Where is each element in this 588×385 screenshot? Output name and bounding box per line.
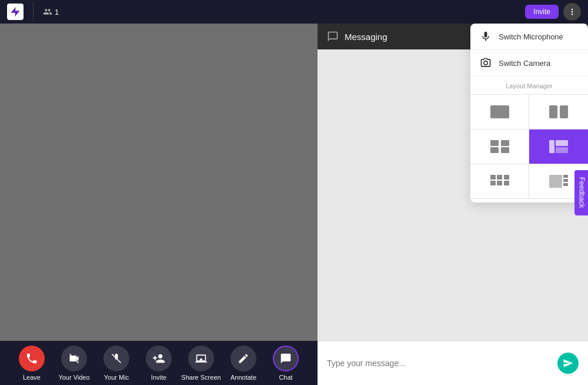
app-logo xyxy=(7,4,24,20)
video-area xyxy=(0,24,318,341)
svg-rect-19 xyxy=(563,175,568,178)
annotate-button[interactable]: Annotate xyxy=(223,342,263,384)
more-button[interactable] xyxy=(563,3,581,21)
dropdown-menu: Switch Microphone Switch Camera Layout M… xyxy=(470,24,588,203)
your-mic-button[interactable]: Your Mic xyxy=(96,342,136,384)
svg-rect-16 xyxy=(497,181,502,185)
layout-single[interactable] xyxy=(470,95,529,130)
svg-rect-6 xyxy=(501,140,509,146)
layout-sidebar-main[interactable] xyxy=(529,130,588,164)
svg-rect-15 xyxy=(490,181,496,185)
switch-camera-label: Switch Camera xyxy=(499,59,550,68)
feedback-label: Feedback xyxy=(578,177,586,208)
chat-label: Chat xyxy=(279,374,292,381)
invite-button[interactable]: Invite xyxy=(525,5,559,19)
svg-rect-9 xyxy=(549,140,554,153)
top-bar: 1 Invite xyxy=(0,0,588,24)
leave-label: Leave xyxy=(23,374,41,381)
svg-rect-3 xyxy=(549,105,557,118)
invite-toolbar-button[interactable]: Invite xyxy=(139,342,179,384)
share-screen-button[interactable]: Share Screen xyxy=(181,342,221,384)
chat-icon xyxy=(273,346,299,371)
svg-rect-10 xyxy=(556,140,568,146)
invite-icon xyxy=(146,346,172,371)
layout-split-h[interactable] xyxy=(529,95,588,130)
switch-camera-item[interactable]: Switch Camera xyxy=(470,50,588,77)
svg-rect-18 xyxy=(549,175,562,188)
svg-rect-4 xyxy=(560,105,568,118)
svg-rect-12 xyxy=(490,175,496,180)
svg-rect-17 xyxy=(504,181,509,185)
svg-rect-14 xyxy=(504,175,509,180)
chat-button[interactable]: Chat xyxy=(266,342,306,384)
switch-microphone-label: Switch Microphone xyxy=(499,32,563,41)
your-video-label: Your Video xyxy=(58,374,89,381)
annotate-label: Annotate xyxy=(230,374,256,381)
leave-icon xyxy=(19,346,45,371)
layout-grid-many[interactable] xyxy=(470,164,529,199)
layout-manager-label: Layout Manager xyxy=(470,80,588,94)
message-input-wrapper xyxy=(318,341,588,385)
svg-rect-11 xyxy=(556,147,568,153)
messaging-title: Messaging xyxy=(345,32,387,42)
share-screen-label: Share Screen xyxy=(181,374,220,381)
participant-count-label: 1 xyxy=(55,8,59,16)
leave-button[interactable]: Leave xyxy=(12,342,52,384)
layout-grid xyxy=(470,94,588,199)
message-input[interactable] xyxy=(327,359,553,368)
your-mic-icon xyxy=(103,346,129,371)
share-screen-icon xyxy=(188,346,214,371)
layout-manager-section: Layout Manager xyxy=(470,77,588,203)
svg-rect-13 xyxy=(497,175,502,180)
participant-count: 1 xyxy=(43,7,59,16)
send-button[interactable] xyxy=(557,353,579,374)
your-mic-label: Your Mic xyxy=(104,374,129,381)
svg-rect-7 xyxy=(490,147,499,153)
invite-toolbar-label: Invite xyxy=(151,374,166,381)
annotate-icon xyxy=(230,346,256,371)
your-video-button[interactable]: Your Video xyxy=(54,342,94,384)
your-video-icon xyxy=(61,346,87,371)
svg-rect-20 xyxy=(563,179,568,182)
svg-rect-2 xyxy=(490,105,509,118)
top-bar-right: Invite xyxy=(525,3,581,21)
top-bar-divider xyxy=(33,3,34,21)
layout-grid-4[interactable] xyxy=(470,130,529,164)
svg-rect-21 xyxy=(563,183,568,186)
svg-rect-5 xyxy=(490,140,499,146)
feedback-tab[interactable]: Feedback xyxy=(575,170,588,215)
bottom-toolbar: Leave Your Video Your Mic Invite xyxy=(0,341,318,385)
svg-rect-8 xyxy=(501,147,509,153)
